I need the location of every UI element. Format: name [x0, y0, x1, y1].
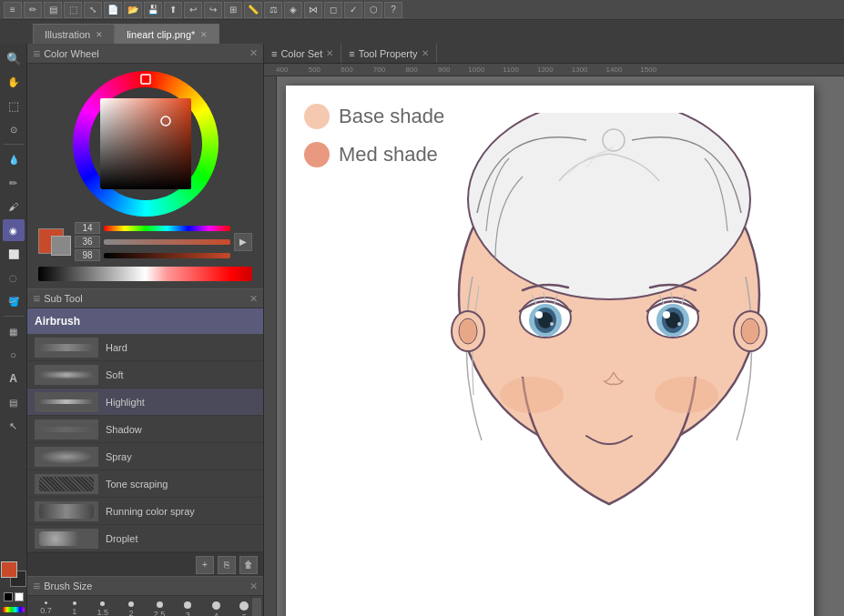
brush-size-item-2.5[interactable]: 2.5 — [147, 601, 173, 616]
tab-illustration-label: Illustration — [45, 29, 90, 40]
sat-slider[interactable] — [104, 239, 230, 245]
pen-tool-icon[interactable]: ✏ — [24, 2, 42, 18]
arrow-tool[interactable]: ↖ — [3, 415, 25, 437]
lasso-tool[interactable]: ⊙ — [3, 118, 25, 140]
color-wheel-close[interactable]: ✕ — [249, 47, 258, 59]
symmetry-icon[interactable]: ⚖ — [264, 2, 282, 18]
sub-tool-close[interactable]: ✕ — [249, 293, 258, 305]
sub-tool-header-row: Airbrush — [27, 308, 263, 334]
undo-icon[interactable]: ↩ — [184, 2, 202, 18]
brush-size-label-2.5: 2.5 — [154, 610, 166, 616]
brush-size-menu[interactable]: ≡ — [33, 579, 40, 593]
gradient-tool[interactable]: ▦ — [3, 320, 25, 342]
brush-stroke-tone — [39, 477, 94, 491]
select-icon[interactable]: ⬚ — [64, 2, 82, 18]
select-rect-tool[interactable]: ⬚ — [3, 95, 25, 116]
color-palette-gradient[interactable] — [38, 267, 252, 281]
menu-icon[interactable]: ≡ — [4, 2, 22, 18]
figure-tool[interactable]: ○ — [3, 344, 25, 366]
pen-tool[interactable]: ✏ — [3, 172, 25, 194]
color-wheel-widget[interactable] — [73, 71, 219, 217]
transform-icon[interactable]: ⤡ — [84, 2, 102, 18]
tab-lineart[interactable]: lineart clip.png* ✕ — [115, 24, 219, 44]
hand-tool[interactable]: ✋ — [3, 71, 25, 93]
help-icon[interactable]: ? — [384, 2, 402, 18]
vector-icon[interactable]: ⬡ — [364, 2, 382, 18]
color-mode-button[interactable]: ▶ — [234, 233, 252, 251]
sub-tool-item-highlight[interactable]: Highlight — [27, 389, 263, 416]
save-icon[interactable]: 💾 — [144, 2, 162, 18]
fill2-icon[interactable]: ◈ — [284, 2, 302, 18]
warp-icon[interactable]: ⋈ — [304, 2, 322, 18]
svg-point-11 — [459, 318, 477, 344]
tool-property-menu[interactable]: ≡ — [349, 48, 354, 59]
color-set-close[interactable]: ✕ — [326, 48, 333, 58]
quick-mask-icon[interactable]: ◻ — [324, 2, 342, 18]
color-wheel-header: ≡ Color Wheel ✕ — [27, 44, 263, 64]
export-icon[interactable]: ⬆ — [164, 2, 182, 18]
zoom-tool[interactable]: 🔍 — [3, 47, 25, 69]
sub-tool-menu[interactable]: ≡ — [33, 291, 40, 306]
layer-move-tool[interactable]: ▤ — [3, 391, 25, 413]
sat-value[interactable] — [75, 236, 100, 247]
redo-icon[interactable]: ↪ — [204, 2, 222, 18]
sub-tool-copy-icon[interactable]: ⎘ — [218, 556, 236, 574]
canvas-paper[interactable]: Base shade Med shade — [286, 86, 814, 616]
text-tool[interactable]: A — [3, 368, 25, 389]
brush-dot-5 — [239, 601, 249, 611]
sub-tool-item-spray[interactable]: Spray — [27, 443, 263, 470]
sub-tool-item-droplet[interactable]: Droplet — [27, 525, 263, 552]
hue-value[interactable] — [75, 222, 100, 234]
new-icon[interactable]: 📄 — [104, 2, 122, 18]
brush-size-item-0.7[interactable]: 0.7 — [33, 601, 59, 616]
sub-tool-delete-icon[interactable]: 🗑 — [239, 556, 258, 574]
sub-tool-name-shadow: Shadow — [106, 424, 142, 435]
brush-size-item-3[interactable]: 3 — [175, 601, 201, 616]
sub-tool-item-tone[interactable]: Tone scraping — [27, 470, 263, 498]
check-icon[interactable]: ✓ — [344, 2, 362, 18]
eyedrop-tool[interactable]: 💧 — [3, 148, 25, 170]
sub-tool-item-soft[interactable]: Soft — [27, 361, 263, 389]
brush-tool[interactable]: 🖌 — [3, 196, 25, 217]
val-slider[interactable] — [104, 253, 230, 258]
brush-size-item-1[interactable]: 1 — [61, 601, 87, 616]
sub-tool-preview-droplet — [35, 529, 98, 549]
brush-stroke-hard — [39, 344, 94, 351]
color-set-menu[interactable]: ≡ — [271, 48, 277, 59]
val-value[interactable] — [75, 249, 100, 261]
fill-tool[interactable]: 🪣 — [3, 290, 25, 312]
sub-tool-preview-soft — [35, 365, 98, 385]
foreground-color-swatch[interactable] — [1, 561, 17, 578]
brush-size-item-4[interactable]: 4 — [203, 601, 229, 616]
tool-property-close[interactable]: ✕ — [422, 48, 429, 58]
blend-tool[interactable]: ◌ — [3, 267, 25, 288]
canvas-viewport[interactable]: Base shade Med shade — [277, 76, 844, 616]
ruler-icon[interactable]: 📏 — [244, 2, 262, 18]
brush-stroke-highlight — [39, 399, 94, 404]
secondary-color-box[interactable] — [51, 236, 71, 256]
open-icon[interactable]: 📂 — [124, 2, 142, 18]
brush-size-close[interactable]: ✕ — [249, 581, 258, 592]
val-row — [75, 249, 230, 261]
hue-row — [75, 222, 230, 234]
sub-tool-preview-tone — [35, 474, 98, 494]
color-wheel-menu[interactable]: ≡ — [33, 46, 40, 61]
white-swatch[interactable] — [15, 592, 24, 601]
brush-size-item-2[interactable]: 2 — [117, 601, 144, 616]
black-swatch[interactable] — [4, 592, 13, 601]
tab-lineart-close[interactable]: ✕ — [200, 30, 208, 39]
hue-slider[interactable] — [104, 226, 230, 231]
sub-tool-add-icon[interactable]: + — [196, 556, 214, 574]
eraser-tool[interactable]: ⬜ — [3, 243, 25, 265]
brush-size-scrollbar[interactable] — [252, 598, 261, 616]
tab-illustration-close[interactable]: ✕ — [96, 30, 103, 39]
brush-tool-icon[interactable]: ▤ — [44, 2, 62, 18]
grid-icon[interactable]: ⊞ — [224, 2, 242, 18]
sub-tool-item-running[interactable]: Running color spray — [27, 498, 263, 525]
tab-illustration[interactable]: Illustration ✕ — [33, 24, 115, 44]
brush-size-item-1.5[interactable]: 1.5 — [89, 601, 116, 616]
sub-tool-item-hard[interactable]: Hard — [27, 334, 263, 361]
airbrush-tool[interactable]: ◉ — [3, 219, 25, 241]
sub-tool-item-shadow[interactable]: Shadow — [27, 416, 263, 443]
brush-dot-0.7 — [45, 601, 47, 604]
